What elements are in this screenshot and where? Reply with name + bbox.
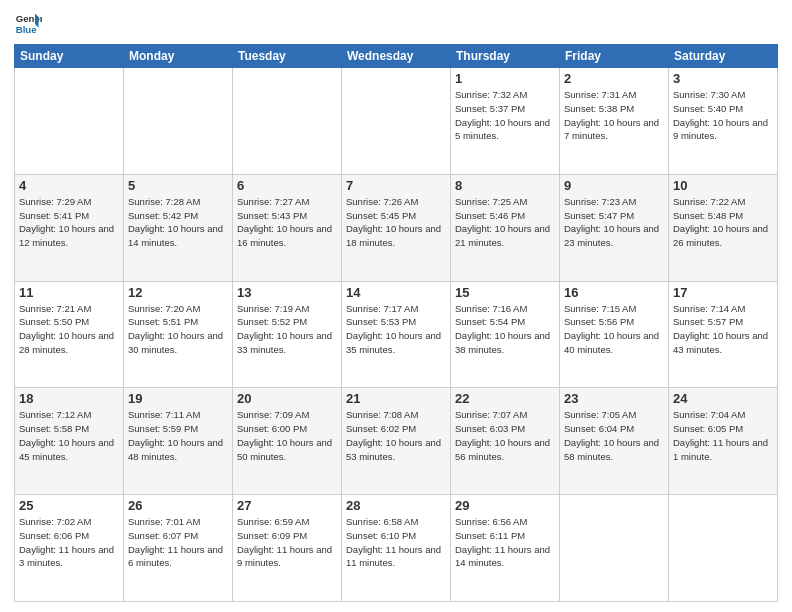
weekday-friday: Friday [560, 45, 669, 68]
svg-text:Blue: Blue [16, 24, 37, 35]
day-number: 11 [19, 285, 119, 300]
day-info: Sunrise: 7:14 AM Sunset: 5:57 PM Dayligh… [673, 302, 773, 357]
day-cell: 25Sunrise: 7:02 AM Sunset: 6:06 PM Dayli… [15, 495, 124, 602]
weekday-tuesday: Tuesday [233, 45, 342, 68]
day-number: 16 [564, 285, 664, 300]
day-info: Sunrise: 7:20 AM Sunset: 5:51 PM Dayligh… [128, 302, 228, 357]
day-cell: 15Sunrise: 7:16 AM Sunset: 5:54 PM Dayli… [451, 281, 560, 388]
day-number: 5 [128, 178, 228, 193]
header: General Blue [14, 10, 778, 38]
day-info: Sunrise: 7:23 AM Sunset: 5:47 PM Dayligh… [564, 195, 664, 250]
weekday-wednesday: Wednesday [342, 45, 451, 68]
day-number: 25 [19, 498, 119, 513]
day-info: Sunrise: 7:17 AM Sunset: 5:53 PM Dayligh… [346, 302, 446, 357]
weekday-thursday: Thursday [451, 45, 560, 68]
day-cell: 21Sunrise: 7:08 AM Sunset: 6:02 PM Dayli… [342, 388, 451, 495]
day-number: 20 [237, 391, 337, 406]
day-number: 29 [455, 498, 555, 513]
weekday-sunday: Sunday [15, 45, 124, 68]
day-cell: 29Sunrise: 6:56 AM Sunset: 6:11 PM Dayli… [451, 495, 560, 602]
day-cell: 8Sunrise: 7:25 AM Sunset: 5:46 PM Daylig… [451, 174, 560, 281]
week-row-5: 25Sunrise: 7:02 AM Sunset: 6:06 PM Dayli… [15, 495, 778, 602]
day-cell: 28Sunrise: 6:58 AM Sunset: 6:10 PM Dayli… [342, 495, 451, 602]
day-info: Sunrise: 7:27 AM Sunset: 5:43 PM Dayligh… [237, 195, 337, 250]
logo-icon: General Blue [14, 10, 42, 38]
day-number: 2 [564, 71, 664, 86]
weekday-header-row: SundayMondayTuesdayWednesdayThursdayFrid… [15, 45, 778, 68]
day-number: 21 [346, 391, 446, 406]
day-number: 1 [455, 71, 555, 86]
day-number: 4 [19, 178, 119, 193]
day-cell: 3Sunrise: 7:30 AM Sunset: 5:40 PM Daylig… [669, 68, 778, 175]
day-number: 8 [455, 178, 555, 193]
day-cell: 10Sunrise: 7:22 AM Sunset: 5:48 PM Dayli… [669, 174, 778, 281]
day-info: Sunrise: 7:29 AM Sunset: 5:41 PM Dayligh… [19, 195, 119, 250]
day-cell: 7Sunrise: 7:26 AM Sunset: 5:45 PM Daylig… [342, 174, 451, 281]
day-cell [15, 68, 124, 175]
day-cell [669, 495, 778, 602]
day-cell: 26Sunrise: 7:01 AM Sunset: 6:07 PM Dayli… [124, 495, 233, 602]
day-info: Sunrise: 7:11 AM Sunset: 5:59 PM Dayligh… [128, 408, 228, 463]
day-info: Sunrise: 7:01 AM Sunset: 6:07 PM Dayligh… [128, 515, 228, 570]
day-cell: 13Sunrise: 7:19 AM Sunset: 5:52 PM Dayli… [233, 281, 342, 388]
day-cell [233, 68, 342, 175]
day-info: Sunrise: 7:30 AM Sunset: 5:40 PM Dayligh… [673, 88, 773, 143]
weekday-monday: Monday [124, 45, 233, 68]
day-info: Sunrise: 7:22 AM Sunset: 5:48 PM Dayligh… [673, 195, 773, 250]
day-number: 17 [673, 285, 773, 300]
page: General Blue SundayMondayTuesdayWednesda… [0, 0, 792, 612]
day-cell: 18Sunrise: 7:12 AM Sunset: 5:58 PM Dayli… [15, 388, 124, 495]
day-number: 23 [564, 391, 664, 406]
day-number: 15 [455, 285, 555, 300]
day-cell: 9Sunrise: 7:23 AM Sunset: 5:47 PM Daylig… [560, 174, 669, 281]
day-info: Sunrise: 7:16 AM Sunset: 5:54 PM Dayligh… [455, 302, 555, 357]
logo: General Blue [14, 10, 42, 38]
day-cell: 14Sunrise: 7:17 AM Sunset: 5:53 PM Dayli… [342, 281, 451, 388]
day-number: 13 [237, 285, 337, 300]
calendar: SundayMondayTuesdayWednesdayThursdayFrid… [14, 44, 778, 602]
day-info: Sunrise: 7:04 AM Sunset: 6:05 PM Dayligh… [673, 408, 773, 463]
day-cell: 22Sunrise: 7:07 AM Sunset: 6:03 PM Dayli… [451, 388, 560, 495]
day-info: Sunrise: 7:31 AM Sunset: 5:38 PM Dayligh… [564, 88, 664, 143]
day-cell: 19Sunrise: 7:11 AM Sunset: 5:59 PM Dayli… [124, 388, 233, 495]
day-info: Sunrise: 6:56 AM Sunset: 6:11 PM Dayligh… [455, 515, 555, 570]
day-info: Sunrise: 7:26 AM Sunset: 5:45 PM Dayligh… [346, 195, 446, 250]
day-cell: 23Sunrise: 7:05 AM Sunset: 6:04 PM Dayli… [560, 388, 669, 495]
day-cell [560, 495, 669, 602]
day-number: 22 [455, 391, 555, 406]
day-info: Sunrise: 7:12 AM Sunset: 5:58 PM Dayligh… [19, 408, 119, 463]
day-number: 10 [673, 178, 773, 193]
day-number: 7 [346, 178, 446, 193]
day-info: Sunrise: 7:21 AM Sunset: 5:50 PM Dayligh… [19, 302, 119, 357]
day-cell: 17Sunrise: 7:14 AM Sunset: 5:57 PM Dayli… [669, 281, 778, 388]
day-number: 9 [564, 178, 664, 193]
day-info: Sunrise: 7:05 AM Sunset: 6:04 PM Dayligh… [564, 408, 664, 463]
day-cell: 12Sunrise: 7:20 AM Sunset: 5:51 PM Dayli… [124, 281, 233, 388]
day-cell: 5Sunrise: 7:28 AM Sunset: 5:42 PM Daylig… [124, 174, 233, 281]
day-cell: 20Sunrise: 7:09 AM Sunset: 6:00 PM Dayli… [233, 388, 342, 495]
day-cell: 2Sunrise: 7:31 AM Sunset: 5:38 PM Daylig… [560, 68, 669, 175]
day-number: 27 [237, 498, 337, 513]
day-info: Sunrise: 6:58 AM Sunset: 6:10 PM Dayligh… [346, 515, 446, 570]
day-info: Sunrise: 7:02 AM Sunset: 6:06 PM Dayligh… [19, 515, 119, 570]
day-number: 26 [128, 498, 228, 513]
day-info: Sunrise: 7:09 AM Sunset: 6:00 PM Dayligh… [237, 408, 337, 463]
day-cell: 6Sunrise: 7:27 AM Sunset: 5:43 PM Daylig… [233, 174, 342, 281]
day-cell: 4Sunrise: 7:29 AM Sunset: 5:41 PM Daylig… [15, 174, 124, 281]
day-info: Sunrise: 7:08 AM Sunset: 6:02 PM Dayligh… [346, 408, 446, 463]
day-number: 28 [346, 498, 446, 513]
week-row-3: 11Sunrise: 7:21 AM Sunset: 5:50 PM Dayli… [15, 281, 778, 388]
day-info: Sunrise: 7:19 AM Sunset: 5:52 PM Dayligh… [237, 302, 337, 357]
day-cell [342, 68, 451, 175]
day-cell: 1Sunrise: 7:32 AM Sunset: 5:37 PM Daylig… [451, 68, 560, 175]
day-number: 6 [237, 178, 337, 193]
week-row-2: 4Sunrise: 7:29 AM Sunset: 5:41 PM Daylig… [15, 174, 778, 281]
week-row-4: 18Sunrise: 7:12 AM Sunset: 5:58 PM Dayli… [15, 388, 778, 495]
day-info: Sunrise: 7:25 AM Sunset: 5:46 PM Dayligh… [455, 195, 555, 250]
weekday-saturday: Saturday [669, 45, 778, 68]
week-row-1: 1Sunrise: 7:32 AM Sunset: 5:37 PM Daylig… [15, 68, 778, 175]
day-info: Sunrise: 7:28 AM Sunset: 5:42 PM Dayligh… [128, 195, 228, 250]
day-number: 24 [673, 391, 773, 406]
day-number: 19 [128, 391, 228, 406]
day-info: Sunrise: 6:59 AM Sunset: 6:09 PM Dayligh… [237, 515, 337, 570]
